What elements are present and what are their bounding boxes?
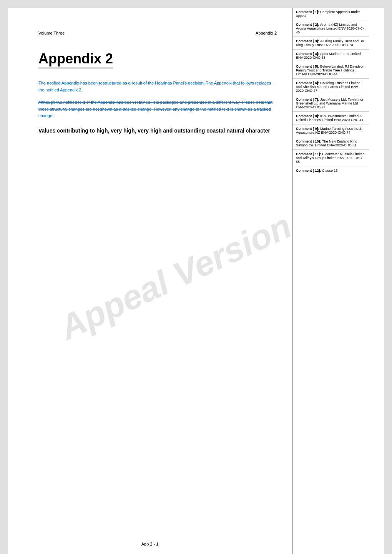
page: Volume Three Appendix 2 Appendix 2 The n…	[8, 8, 384, 554]
comment-label-4: Comment [ 4]:	[296, 52, 320, 56]
header-left: Volume Three	[38, 31, 65, 35]
comment-box-10: Comment [ 10]: The New Zealand King Salm…	[293, 137, 369, 150]
comment-text-12: Clause 16	[322, 169, 338, 173]
comment-box-1: Comment [ 1]: Complete Appendix under ap…	[293, 8, 369, 20]
main-content: Volume Three Appendix 2 Appendix 2 The n…	[8, 8, 292, 554]
comment-box-4: Comment [ 4]: Apex Marine Farm Limited E…	[293, 50, 369, 62]
comment-box-2: Comment [ 2]: Aroma (NZ) Limited and Aro…	[293, 20, 369, 37]
comment-label-9: Comment [ 9]:	[296, 127, 320, 131]
comment-label-10: Comment [ 10]:	[296, 139, 322, 143]
comment-label-7: Comment [ 7]:	[296, 98, 320, 101]
page-header: Volume Three Appendix 2	[38, 31, 277, 35]
comment-box-11: Comment [ 11]: Clearwater Mussels Limite…	[293, 150, 369, 166]
comment-box-6: Comment [ 6]: Goulding Trustees Limited …	[293, 79, 369, 95]
comment-label-2: Comment [ 2]:	[296, 23, 320, 27]
comment-box-3: Comment [ 3]: AJ King Family Trust and S…	[293, 37, 369, 50]
comment-box-5: Comment [ 5]: Beleve Limited, RJ Davidso…	[293, 62, 369, 79]
comment-label-12: Comment [ 12]:	[296, 169, 322, 173]
page-footer: App 2 - 1	[8, 542, 292, 546]
page-title: Appendix 2	[38, 51, 113, 68]
comment-label-6: Comment [ 6]:	[296, 81, 320, 85]
comment-box-12: Comment [ 12]: Clause 16	[293, 166, 369, 175]
comment-label-3: Comment [ 3]:	[296, 39, 320, 43]
comment-label-1: Comment [ 1]:	[296, 10, 320, 14]
header-right: Appendix 2	[256, 31, 277, 35]
section-heading: Values contributing to high, very high, …	[38, 127, 277, 135]
comment-box-7: Comment [ 7]: Just Mussels Ltd, Tawhitin…	[293, 95, 369, 112]
comment-label-8: Comment [ 8]:	[296, 114, 320, 118]
comments-sidebar: Comment [ 1]: Complete Appendix under ap…	[292, 8, 369, 554]
strikethrough-paragraph-1: The notified Appendix has been restructu…	[38, 80, 277, 93]
comment-box-8: Comment [ 8]: KPF Investments Limited & …	[293, 112, 369, 124]
comment-label-11: Comment [ 11]:	[296, 152, 322, 156]
comment-box-9: Comment [ 9]: Marine Farming Assn Inc & …	[293, 124, 369, 137]
strikethrough-paragraph-2: Although the notified text of the Append…	[38, 99, 277, 119]
watermark: Appeal Version	[54, 206, 297, 348]
comment-label-5: Comment [ 5]:	[296, 65, 320, 68]
